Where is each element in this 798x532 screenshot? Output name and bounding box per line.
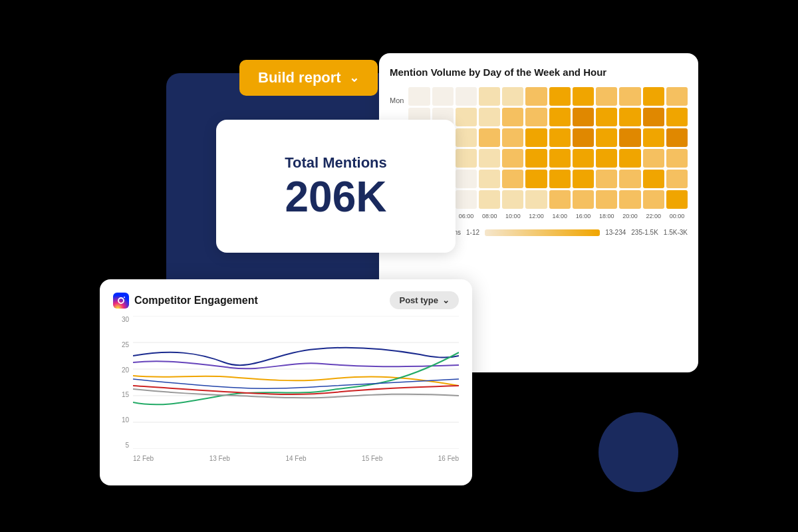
heat-cell xyxy=(619,87,640,106)
heat-cell xyxy=(502,128,523,147)
build-report-label: Build report xyxy=(258,69,341,86)
engagement-card: Competitor Engagement Post type ⌄ 30 25 … xyxy=(100,279,472,485)
heat-cell xyxy=(666,87,688,106)
heat-cell xyxy=(573,190,594,209)
heat-cell xyxy=(549,149,571,168)
heat-cell xyxy=(408,87,430,106)
heat-cell xyxy=(596,128,617,147)
heat-cell xyxy=(456,128,477,147)
day-mon: Mon xyxy=(390,91,404,110)
svg-rect-0 xyxy=(113,293,129,309)
post-type-chevron-icon: ⌄ xyxy=(442,295,450,305)
chart-svg-wrapper xyxy=(133,316,459,449)
heat-cell xyxy=(573,108,594,126)
heat-cell xyxy=(525,128,547,147)
heat-cell xyxy=(643,128,664,147)
heat-cell xyxy=(619,128,640,147)
heat-cell xyxy=(573,149,594,168)
heat-cell xyxy=(666,128,688,147)
heat-cell xyxy=(479,170,500,188)
heat-cell xyxy=(479,149,500,168)
heat-cell xyxy=(549,108,571,126)
heat-cell xyxy=(573,128,594,147)
instagram-icon xyxy=(113,293,129,309)
heat-cell xyxy=(666,108,688,126)
heat-cell xyxy=(666,190,688,209)
heat-cell xyxy=(643,170,664,188)
heat-cell xyxy=(619,108,640,126)
heat-cell xyxy=(456,170,477,188)
heat-cell xyxy=(619,149,640,168)
x-axis-labels: 12 Feb 13 Feb 14 Feb 15 Feb 16 Feb xyxy=(133,455,459,462)
total-mentions-card: Total Mentions 206K xyxy=(216,120,456,253)
heat-cell xyxy=(596,190,617,209)
heat-cell xyxy=(549,190,571,209)
heat-cell xyxy=(432,87,454,106)
engagement-header: Competitor Engagement Post type ⌄ xyxy=(113,291,459,309)
heat-cell xyxy=(456,87,477,106)
svg-point-2 xyxy=(124,297,125,298)
build-report-button[interactable]: Build report ⌄ xyxy=(239,60,378,96)
heat-cell xyxy=(456,108,477,126)
heat-cell xyxy=(549,128,571,147)
heat-cell xyxy=(525,190,547,209)
heat-cell xyxy=(596,108,617,126)
heat-cell xyxy=(549,87,571,106)
chevron-down-icon: ⌄ xyxy=(349,70,359,85)
heat-cell xyxy=(549,170,571,188)
line-chart-svg xyxy=(133,316,459,449)
heat-cell xyxy=(456,149,477,168)
heat-cell xyxy=(525,149,547,168)
heat-cell xyxy=(643,149,664,168)
chart-area: 30 25 20 15 10 5 xyxy=(113,316,459,462)
heat-cell xyxy=(643,108,664,126)
heat-cell xyxy=(479,190,500,209)
heat-cell xyxy=(456,190,477,209)
heat-cell xyxy=(479,128,500,147)
mentions-value: 206K xyxy=(285,176,387,218)
heat-cell xyxy=(502,87,523,106)
heat-cell xyxy=(502,170,523,188)
heatmap-title: Mention Volume by Day of the Week and Ho… xyxy=(390,66,688,78)
heat-cell xyxy=(596,87,617,106)
y-axis: 30 25 20 15 10 5 xyxy=(113,316,132,449)
heat-cell xyxy=(573,170,594,188)
engagement-title-wrap: Competitor Engagement xyxy=(113,293,258,309)
heat-cell xyxy=(479,87,500,106)
heat-cell xyxy=(619,170,640,188)
heat-cell xyxy=(502,149,523,168)
heat-cell xyxy=(666,170,688,188)
heat-cell xyxy=(666,149,688,168)
heat-cell xyxy=(573,87,594,106)
dark-circle-decoration xyxy=(598,412,678,492)
heat-cell xyxy=(643,190,664,209)
heat-cell xyxy=(479,108,500,126)
post-type-label: Post type xyxy=(399,295,438,305)
heat-cell xyxy=(502,190,523,209)
legend-bar xyxy=(485,229,600,236)
mentions-label: Total Mentions xyxy=(285,154,387,172)
heat-cell xyxy=(596,170,617,188)
heat-cell xyxy=(525,87,547,106)
heat-cell xyxy=(525,108,547,126)
heat-cell xyxy=(502,108,523,126)
heat-cell xyxy=(596,149,617,168)
post-type-button[interactable]: Post type ⌄ xyxy=(390,291,459,309)
heat-cell xyxy=(525,170,547,188)
engagement-title: Competitor Engagement xyxy=(134,295,258,307)
heat-cell xyxy=(643,87,664,106)
heat-cell xyxy=(619,190,640,209)
